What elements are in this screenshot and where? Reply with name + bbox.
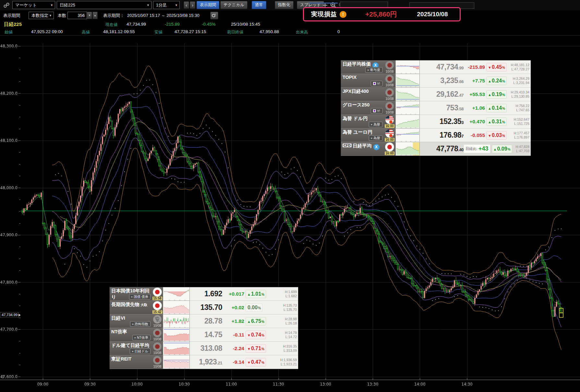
period-mode-select[interactable]: 本数指定 ▼ <box>29 12 54 19</box>
high-low: H:177.457L:176.897 <box>508 131 531 140</box>
watchlist-row[interactable]: TOPIXX Y! 10/08 3,235.66 +7.75 ▲0.24% H:… <box>341 74 531 88</box>
watchlist-row[interactable]: 長期国債先物 大取X 15:42 135.70 +0.02 0.00% H:13… <box>110 301 298 314</box>
instrument-name: NT倍率 <box>111 329 127 334</box>
count-input[interactable]: 356 <box>67 12 87 19</box>
next-button[interactable]: › <box>190 1 195 9</box>
instrument-name: 為替 ユーロ円 <box>343 129 372 135</box>
watchlist-row[interactable]: 為替 ドル円X ▸為替 16:00 152.353 +0.470 ▲0.31% … <box>341 115 531 129</box>
technical-button[interactable]: テクニカル <box>220 1 248 9</box>
watchlist-row[interactable]: CFD日経平均X 16:00 47,778.40 日経比: +43 ▲0.09%… <box>341 142 531 156</box>
warning-icon[interactable]: ! <box>340 11 346 18</box>
sparkline-cell[interactable] <box>163 342 189 355</box>
change-value: +1.06 <box>464 105 485 111</box>
current-price-tag-value: 47,734.99 <box>2 313 18 317</box>
sparkline-cell[interactable] <box>163 287 189 301</box>
change-value: +0.017 <box>222 291 244 297</box>
quote-values-cell: 1,923.21 -9.14 ▼0.47% H:1,936.59L:1,923.… <box>189 355 298 369</box>
quote-time: 10/08 <box>153 337 161 341</box>
watchlist-row[interactable]: 日経平均株価X ▸寄与度 10/08 47,734.99 -215.89 ▼0.… <box>341 60 531 74</box>
range-value: 2025/10/07 15:17 ～ 2025/10/08 15:30 <box>127 13 199 18</box>
instrument-name-cell: TOPIXX Y! <box>341 74 384 88</box>
related-link-button[interactable]: Y! <box>371 108 382 114</box>
related-link-button[interactable]: ▸国債 債券 <box>129 294 151 300</box>
related-link-button[interactable]: ▸恐怖指数 <box>130 321 151 327</box>
symbol-name: 日経225 <box>4 21 22 28</box>
high-low: H:29,410.34L:29,130.85 <box>508 90 531 99</box>
related-link-button[interactable]: ▸日経ドル <box>130 349 151 354</box>
normal-mode-button[interactable]: 通常 <box>252 1 266 9</box>
link-icon[interactable] <box>3 1 10 9</box>
sparkline <box>396 129 419 142</box>
last-price: 14.75 <box>190 330 222 339</box>
prev-button[interactable]: ‹ <box>184 1 189 9</box>
watchlist-row[interactable]: 東証REITX 10/08 1,923.21 -9.14 ▼0.47% H:1,… <box>110 355 298 369</box>
interval-select[interactable]: 1分足 ▼ <box>153 1 180 9</box>
related-link-button[interactable]: ▸NT倍率 <box>132 335 151 340</box>
last-price: 313.08 <box>190 344 222 353</box>
chevron-down-icon: ▼ <box>50 4 53 7</box>
high-low: H:1,936.59L:1,923.21 <box>267 358 298 366</box>
instrument-name-cell: 東証REITX <box>110 355 152 369</box>
sparkline-cell[interactable] <box>395 88 419 101</box>
related-link-button[interactable]: ▸為替 <box>369 135 382 141</box>
sparkline-cell[interactable] <box>395 60 419 74</box>
quote-values-cell: 313.08 -2.24 ▼0.71% H:316.35L:313.09 <box>189 342 298 355</box>
count-decrement[interactable]: ▼ <box>87 12 92 19</box>
rates-watchlist-panel: 日本国債10年利回りX ▸国債 債券 15:58 1.692 +0.017 ▲1… <box>109 287 298 369</box>
last-price: 47,778.40 <box>420 144 464 153</box>
watchlist-row[interactable]: グロース250X Y! 10/08 753.58 +1.06 ▲0.14% H:… <box>341 101 531 115</box>
quote-values-cell: 3,235.66 +7.75 ▲0.24% H:3,264.29L:3,231.… <box>419 74 531 88</box>
watchlist-row[interactable]: JPX日経400X 10/08 29,162.47 +55.53 ▲0.19% … <box>341 88 531 101</box>
instrument-name: 日経平均株価 <box>343 61 371 67</box>
related-link-button[interactable]: ▸為替 <box>369 122 382 127</box>
volume-label: 出来高 <box>296 30 308 35</box>
instrument-name-cell: JPX日経400X <box>341 88 384 101</box>
last-price: 176.987 <box>420 131 464 140</box>
last-price: 29,162.47 <box>420 90 464 99</box>
watchlist-row[interactable]: NT倍率X ▸NT倍率 10/08 14.75 -0.11 ▼0.74% H:1… <box>110 328 298 342</box>
sparkline-cell[interactable] <box>163 328 189 342</box>
market-select[interactable]: マーケット ▼ <box>12 1 55 9</box>
watchlist-row[interactable]: 日本国債10年利回りX ▸国債 債券 15:58 1.692 +0.017 ▲1… <box>110 287 298 301</box>
watchlist-row[interactable]: ドル建て日経平均X ▸日経ドル 10/08 313.08 -2.24 ▼0.71… <box>110 342 298 355</box>
realized-pnl-label: 実現損益 <box>311 10 337 18</box>
chevron-down-icon: ▼ <box>175 4 178 7</box>
sparkline <box>163 315 189 328</box>
display-period-button[interactable]: 表示期間 <box>197 1 219 9</box>
x-share-icon[interactable]: X <box>373 144 380 150</box>
sparkline-cell[interactable] <box>163 355 189 369</box>
instrument-flag-icon <box>153 356 162 364</box>
instrument-flag-icon <box>153 342 162 351</box>
interval-select-value: 1分足 <box>156 2 167 8</box>
high-low: H:47,828L:47,703 <box>514 145 531 153</box>
sparkline-cell[interactable] <box>395 74 419 88</box>
direction-arrow-icon: ▲ <box>247 292 251 296</box>
partial-link-fragment <box>309 3 338 4</box>
realized-pnl-date: 2025/10/08 <box>417 11 448 18</box>
instrument-flag-icon <box>385 88 394 97</box>
change-value: -2.24 <box>222 346 244 351</box>
quote-time: 10/08 <box>385 70 393 73</box>
watchlist-row[interactable]: 日経VIX ▸恐怖指数 10/08 28.78 +1.82 ▲6.75% H:2… <box>110 314 298 328</box>
watchlist-row[interactable]: 為替 ユーロ円X ▸為替 16:00 176.987 -0.055 ▼0.03%… <box>341 129 531 142</box>
count-increment[interactable]: ▲ <box>92 12 98 19</box>
sparkline-cell[interactable] <box>395 129 419 142</box>
symbol-select[interactable]: 日経225 ▼ <box>57 1 151 9</box>
nikkei-diff-label: 日経比: <box>465 146 477 151</box>
related-link-button[interactable]: Y! <box>371 81 382 86</box>
sparkline-cell[interactable] <box>395 115 419 129</box>
quote-time: 15:58 <box>152 297 162 300</box>
sparkline-cell[interactable] <box>163 301 189 314</box>
related-link-button[interactable]: ▸寄与度 <box>365 67 382 73</box>
instrument-flag-icon <box>153 315 162 324</box>
volume-value: 0 <box>337 29 340 34</box>
index-watchlist-panel: 日経平均株価X ▸寄与度 10/08 47,734.99 -215.89 ▼0.… <box>341 60 531 156</box>
reset-period-button[interactable] <box>210 12 218 19</box>
instrument-name-cell: 日本国債10年利回りX ▸国債 債券 <box>110 287 152 301</box>
sparkline-cell[interactable] <box>163 314 189 328</box>
sparkline <box>396 142 419 155</box>
sparkline-cell[interactable] <box>395 142 419 156</box>
sparkline-cell[interactable] <box>395 101 419 115</box>
high-low: H:28.98L:26.18 <box>267 317 298 325</box>
indexed-mode-button[interactable]: 指数化 <box>275 1 294 9</box>
